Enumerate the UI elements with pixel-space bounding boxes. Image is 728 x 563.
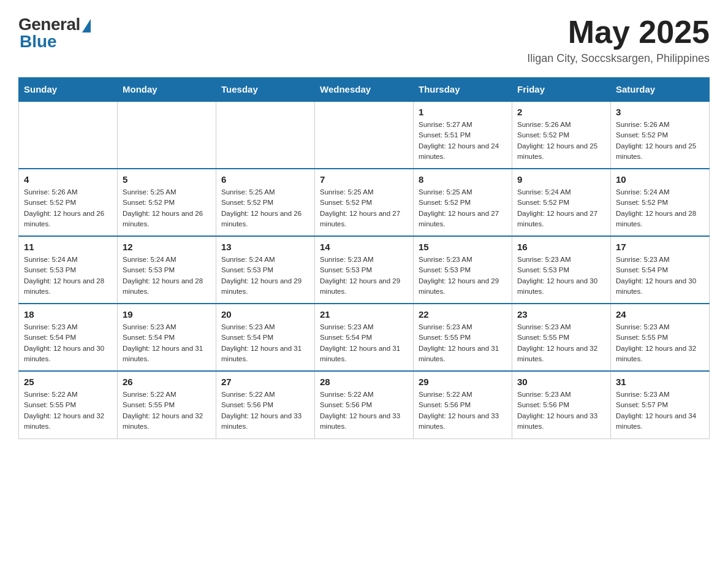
- day-number: 11: [24, 242, 112, 252]
- day-number: 20: [221, 309, 309, 320]
- calendar-day-cell: 14Sunrise: 5:23 AMSunset: 5:53 PMDayligh…: [315, 236, 414, 304]
- calendar-day-cell: 29Sunrise: 5:22 AMSunset: 5:56 PMDayligh…: [414, 371, 512, 439]
- calendar-day-cell: 7Sunrise: 5:25 AMSunset: 5:52 PMDaylight…: [315, 169, 414, 236]
- day-info: Sunrise: 5:25 AMSunset: 5:52 PMDaylight:…: [221, 187, 309, 229]
- calendar-day-cell: 30Sunrise: 5:23 AMSunset: 5:56 PMDayligh…: [512, 371, 611, 439]
- day-info: Sunrise: 5:26 AMSunset: 5:52 PMDaylight:…: [517, 120, 605, 162]
- day-info: Sunrise: 5:23 AMSunset: 5:56 PMDaylight:…: [517, 389, 605, 432]
- day-number: 9: [517, 174, 605, 185]
- calendar-week-row: 25Sunrise: 5:22 AMSunset: 5:55 PMDayligh…: [19, 371, 710, 439]
- calendar-day-cell: 23Sunrise: 5:23 AMSunset: 5:55 PMDayligh…: [512, 304, 611, 371]
- calendar-day-cell: 20Sunrise: 5:23 AMSunset: 5:54 PMDayligh…: [216, 304, 315, 371]
- calendar-header-thursday: Thursday: [414, 78, 512, 102]
- page-header: General Blue May 2025 Iligan City, Soccs…: [18, 15, 710, 65]
- day-info: Sunrise: 5:22 AMSunset: 5:55 PMDaylight:…: [24, 389, 112, 432]
- logo-blue-text: Blue: [18, 32, 57, 52]
- calendar-day-cell: 13Sunrise: 5:24 AMSunset: 5:53 PMDayligh…: [216, 236, 315, 304]
- day-number: 2: [517, 107, 605, 117]
- calendar-day-cell: 3Sunrise: 5:26 AMSunset: 5:52 PMDaylight…: [611, 101, 710, 169]
- calendar-day-cell: 24Sunrise: 5:23 AMSunset: 5:55 PMDayligh…: [611, 304, 710, 371]
- day-number: 4: [24, 174, 112, 185]
- logo: General Blue: [18, 15, 91, 52]
- day-number: 14: [320, 242, 408, 252]
- day-info: Sunrise: 5:23 AMSunset: 5:57 PMDaylight:…: [616, 389, 704, 432]
- calendar-week-row: 11Sunrise: 5:24 AMSunset: 5:53 PMDayligh…: [19, 236, 710, 304]
- day-number: 30: [517, 377, 605, 387]
- calendar-day-cell: 9Sunrise: 5:24 AMSunset: 5:52 PMDaylight…: [512, 169, 611, 236]
- day-info: Sunrise: 5:22 AMSunset: 5:56 PMDaylight:…: [320, 389, 408, 432]
- day-info: Sunrise: 5:23 AMSunset: 5:53 PMDaylight:…: [320, 255, 408, 297]
- calendar-day-cell: [118, 101, 216, 169]
- day-number: 3: [616, 107, 704, 117]
- day-number: 27: [221, 377, 309, 387]
- calendar-header-saturday: Saturday: [611, 78, 710, 102]
- day-number: 26: [123, 377, 211, 387]
- day-info: Sunrise: 5:25 AMSunset: 5:52 PMDaylight:…: [123, 187, 211, 229]
- day-number: 29: [419, 377, 507, 387]
- day-info: Sunrise: 5:25 AMSunset: 5:52 PMDaylight:…: [320, 187, 408, 229]
- day-info: Sunrise: 5:22 AMSunset: 5:56 PMDaylight:…: [419, 389, 507, 432]
- calendar-day-cell: 27Sunrise: 5:22 AMSunset: 5:56 PMDayligh…: [216, 371, 315, 439]
- calendar-day-cell: 6Sunrise: 5:25 AMSunset: 5:52 PMDaylight…: [216, 169, 315, 236]
- day-number: 5: [123, 174, 211, 185]
- calendar-day-cell: 11Sunrise: 5:24 AMSunset: 5:53 PMDayligh…: [19, 236, 118, 304]
- calendar-day-cell: 10Sunrise: 5:24 AMSunset: 5:52 PMDayligh…: [611, 169, 710, 236]
- calendar-week-row: 4Sunrise: 5:26 AMSunset: 5:52 PMDaylight…: [19, 169, 710, 236]
- day-info: Sunrise: 5:24 AMSunset: 5:52 PMDaylight:…: [616, 187, 704, 229]
- day-info: Sunrise: 5:23 AMSunset: 5:54 PMDaylight:…: [221, 322, 309, 364]
- calendar-header-monday: Monday: [118, 78, 216, 102]
- day-number: 19: [123, 309, 211, 320]
- calendar-day-cell: 8Sunrise: 5:25 AMSunset: 5:52 PMDaylight…: [414, 169, 512, 236]
- calendar-day-cell: 17Sunrise: 5:23 AMSunset: 5:54 PMDayligh…: [611, 236, 710, 304]
- calendar-header-sunday: Sunday: [19, 78, 118, 102]
- day-number: 24: [616, 309, 704, 320]
- calendar-day-cell: 12Sunrise: 5:24 AMSunset: 5:53 PMDayligh…: [118, 236, 216, 304]
- calendar-day-cell: 16Sunrise: 5:23 AMSunset: 5:53 PMDayligh…: [512, 236, 611, 304]
- day-number: 13: [221, 242, 309, 252]
- day-info: Sunrise: 5:26 AMSunset: 5:52 PMDaylight:…: [616, 120, 704, 162]
- calendar-header-wednesday: Wednesday: [315, 78, 414, 102]
- calendar-day-cell: 31Sunrise: 5:23 AMSunset: 5:57 PMDayligh…: [611, 371, 710, 439]
- day-number: 21: [320, 309, 408, 320]
- day-info: Sunrise: 5:24 AMSunset: 5:52 PMDaylight:…: [517, 187, 605, 229]
- calendar-day-cell: 2Sunrise: 5:26 AMSunset: 5:52 PMDaylight…: [512, 101, 611, 169]
- day-info: Sunrise: 5:23 AMSunset: 5:55 PMDaylight:…: [419, 322, 507, 364]
- calendar-header-friday: Friday: [512, 78, 611, 102]
- day-info: Sunrise: 5:23 AMSunset: 5:54 PMDaylight:…: [616, 255, 704, 297]
- logo-triangle-icon: [82, 19, 91, 33]
- day-info: Sunrise: 5:24 AMSunset: 5:53 PMDaylight:…: [24, 255, 112, 297]
- day-number: 16: [517, 242, 605, 252]
- day-info: Sunrise: 5:24 AMSunset: 5:53 PMDaylight:…: [221, 255, 309, 297]
- calendar-day-cell: 18Sunrise: 5:23 AMSunset: 5:54 PMDayligh…: [19, 304, 118, 371]
- day-number: 17: [616, 242, 704, 252]
- day-info: Sunrise: 5:23 AMSunset: 5:53 PMDaylight:…: [419, 255, 507, 297]
- calendar-day-cell: 25Sunrise: 5:22 AMSunset: 5:55 PMDayligh…: [19, 371, 118, 439]
- calendar-day-cell: [19, 101, 118, 169]
- day-number: 12: [123, 242, 211, 252]
- day-info: Sunrise: 5:23 AMSunset: 5:55 PMDaylight:…: [517, 322, 605, 364]
- title-section: May 2025 Iligan City, Soccsksargen, Phil…: [527, 15, 710, 65]
- day-number: 23: [517, 309, 605, 320]
- calendar-day-cell: 1Sunrise: 5:27 AMSunset: 5:51 PMDaylight…: [414, 101, 512, 169]
- calendar-day-cell: 5Sunrise: 5:25 AMSunset: 5:52 PMDaylight…: [118, 169, 216, 236]
- calendar-day-cell: 4Sunrise: 5:26 AMSunset: 5:52 PMDaylight…: [19, 169, 118, 236]
- calendar-day-cell: 22Sunrise: 5:23 AMSunset: 5:55 PMDayligh…: [414, 304, 512, 371]
- day-number: 8: [419, 174, 507, 185]
- calendar-day-cell: [315, 101, 414, 169]
- calendar-day-cell: [216, 101, 315, 169]
- day-number: 25: [24, 377, 112, 387]
- day-number: 15: [419, 242, 507, 252]
- calendar-header-tuesday: Tuesday: [216, 78, 315, 102]
- day-number: 6: [221, 174, 309, 185]
- calendar-day-cell: 19Sunrise: 5:23 AMSunset: 5:54 PMDayligh…: [118, 304, 216, 371]
- day-number: 1: [419, 107, 507, 117]
- calendar-day-cell: 15Sunrise: 5:23 AMSunset: 5:53 PMDayligh…: [414, 236, 512, 304]
- day-number: 7: [320, 174, 408, 185]
- calendar-week-row: 18Sunrise: 5:23 AMSunset: 5:54 PMDayligh…: [19, 304, 710, 371]
- day-info: Sunrise: 5:24 AMSunset: 5:53 PMDaylight:…: [123, 255, 211, 297]
- day-number: 10: [616, 174, 704, 185]
- day-info: Sunrise: 5:23 AMSunset: 5:54 PMDaylight:…: [320, 322, 408, 364]
- day-info: Sunrise: 5:25 AMSunset: 5:52 PMDaylight:…: [419, 187, 507, 229]
- day-number: 18: [24, 309, 112, 320]
- day-number: 22: [419, 309, 507, 320]
